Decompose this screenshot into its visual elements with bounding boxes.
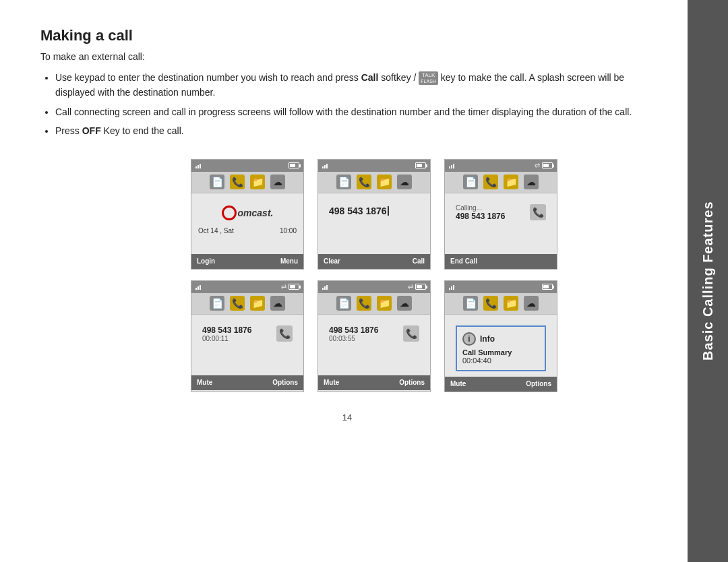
incall1-number: 498 543 1876: [202, 325, 251, 335]
time-label: 10:00: [280, 227, 297, 235]
battery-icon-3: [542, 162, 553, 168]
calling-status: Calling...: [456, 204, 505, 212]
softkey-left-1[interactable]: Login: [197, 257, 215, 265]
call-icon-right-5: 📞: [403, 325, 419, 342]
softkey-left-5[interactable]: Mute: [324, 379, 339, 386]
signal-icon-2: [322, 163, 329, 168]
comcast-c-icon: [222, 206, 237, 220]
comcast-text: omcast.: [238, 208, 274, 218]
call-icon-right: 📞: [530, 204, 546, 220]
icon-bar-2: 📄 📞 📁 ☁: [318, 172, 430, 193]
status-right-1: [289, 162, 299, 168]
screen-calling: ⇄ 📄 📞 📁 ☁ Callin: [444, 159, 557, 270]
sidebar: Basic Calling Features: [688, 0, 728, 562]
screen-body-3: Calling... 498 543 1876 📞: [445, 193, 557, 254]
screens-row-2: ⇄ 📄 📞 📁 ☁ 498 54: [191, 280, 557, 392]
icon-phone-6: 📞: [483, 296, 498, 311]
softkey-left-4[interactable]: Mute: [197, 379, 212, 386]
icon-bar-3: 📄 📞 📁 ☁: [445, 172, 557, 193]
icon-doc-1: 📄: [210, 175, 224, 189]
signal-icon-3: [449, 163, 456, 168]
status-bar-6: [445, 281, 557, 293]
softkey-right-4[interactable]: Options: [272, 379, 298, 386]
icon-phone-1: 📞: [230, 175, 245, 189]
bullet-1: Use keypad to enter the destination numb…: [55, 70, 654, 100]
icon-doc-6: 📄: [463, 296, 478, 311]
subtitle: To make an external call:: [40, 51, 654, 62]
icon-cloud-2: ☁: [397, 175, 412, 189]
signal-icon-4: [195, 284, 202, 290]
icon-cloud-1: ☁: [270, 175, 285, 189]
status-left-6: [449, 284, 456, 290]
softkey-right-2[interactable]: Call: [413, 257, 425, 265]
talk-icon: TALK FLASH: [419, 71, 438, 85]
status-bar-3: ⇄: [445, 160, 557, 172]
status-bar-1: [191, 160, 303, 172]
icon-phone-3: 📞: [483, 175, 498, 189]
call-summary-label: Call Summary: [462, 348, 539, 356]
incall1-info: 498 543 1876 00:00:11 📞: [197, 320, 298, 345]
screens-container: 📄 📞 📁 ☁ omcast. Oct 14 , Sat 10:00: [94, 159, 654, 392]
calling-info: Calling... 498 543 1876 📞: [450, 199, 551, 224]
number-entry: 498 543 1876: [324, 199, 425, 219]
softkey-right-5[interactable]: Options: [399, 379, 425, 386]
status-bar-2: [318, 160, 430, 172]
softkey-left-3[interactable]: End Call: [450, 257, 477, 265]
bullet-2: Call connecting screen and call in progr…: [55, 104, 654, 119]
softkey-right-1[interactable]: Menu: [280, 257, 298, 265]
info-icon: i: [462, 332, 476, 346]
signal-icon-5: [322, 284, 329, 290]
status-bar-5: ⇄: [318, 281, 430, 293]
status-right-3: ⇄: [535, 162, 553, 169]
icon-folder-2: 📁: [377, 175, 392, 189]
icon-cloud-6: ☁: [524, 296, 539, 311]
info-dialog: i Info Call Summary 00:04:40: [456, 325, 546, 371]
status-left-5: [322, 284, 329, 290]
screen-summary: 📄 📞 📁 ☁ i Info Call Summary 00:04:40: [444, 280, 557, 392]
bullet-3: Press OFF Key to end the call.: [55, 123, 654, 138]
status-left-2: [322, 163, 329, 168]
icon-cloud-5: ☁: [397, 296, 412, 311]
softkey-left-2[interactable]: Clear: [324, 257, 340, 265]
icon-doc-3: 📄: [463, 175, 478, 189]
softkey-left-6[interactable]: Mute: [450, 380, 466, 387]
icon-phone-2: 📞: [357, 175, 371, 189]
incall2-info: 498 543 1876 00:03:55 📞: [324, 320, 425, 345]
softkey-bar-3: End Call: [445, 254, 557, 269]
softkey-right-6[interactable]: Options: [526, 380, 551, 387]
screen-body-5: 498 543 1876 00:03:55 📞: [318, 315, 430, 375]
incall2-timer: 00:03:55: [329, 335, 378, 342]
screen-body-4: 498 543 1876 00:00:11 📞: [191, 315, 303, 375]
icon-bar-6: 📄 📞 📁 ☁: [445, 293, 557, 315]
calling-number: 498 543 1876: [456, 212, 505, 221]
screen-body-2: 498 543 1876: [318, 193, 430, 254]
status-right-4: ⇄: [281, 283, 299, 290]
signal-icon-6: [449, 284, 456, 290]
icon-doc-4: 📄: [210, 296, 224, 311]
screen-body-1: omcast. Oct 14 , Sat 10:00: [191, 193, 303, 254]
icon-bar-5: 📄 📞 📁 ☁: [318, 293, 430, 315]
sidebar-label: Basic Calling Features: [700, 201, 716, 361]
incall2-number: 498 543 1876: [329, 325, 378, 335]
battery-icon-5: [415, 284, 426, 290]
battery-icon-4: [289, 284, 299, 290]
icon-bar-4: 📄 📞 📁 ☁: [191, 293, 303, 315]
call-duration: 00:04:40: [462, 356, 539, 365]
transfer-icon-4: ⇄: [281, 283, 286, 290]
icon-doc-2: 📄: [336, 175, 351, 189]
main-content: Making a call To make an external call: …: [0, 0, 688, 562]
icon-folder-3: 📁: [504, 175, 518, 189]
softkey-bar-4: Mute Options: [191, 375, 303, 390]
icon-folder-4: 📁: [250, 296, 265, 311]
icon-folder-1: 📁: [250, 175, 265, 189]
transfer-icon-5: ⇄: [408, 283, 413, 290]
comcast-logo: omcast.: [197, 199, 298, 224]
battery-icon-6: [542, 284, 553, 290]
date-label: Oct 14 , Sat: [198, 227, 234, 235]
icon-phone-4: 📞: [230, 296, 245, 311]
status-right-2: [415, 162, 426, 168]
softkey-bar-6: Mute Options: [445, 377, 557, 392]
status-left-1: [195, 163, 202, 168]
transfer-icon: ⇄: [535, 162, 540, 169]
icon-folder-5: 📁: [377, 296, 392, 311]
